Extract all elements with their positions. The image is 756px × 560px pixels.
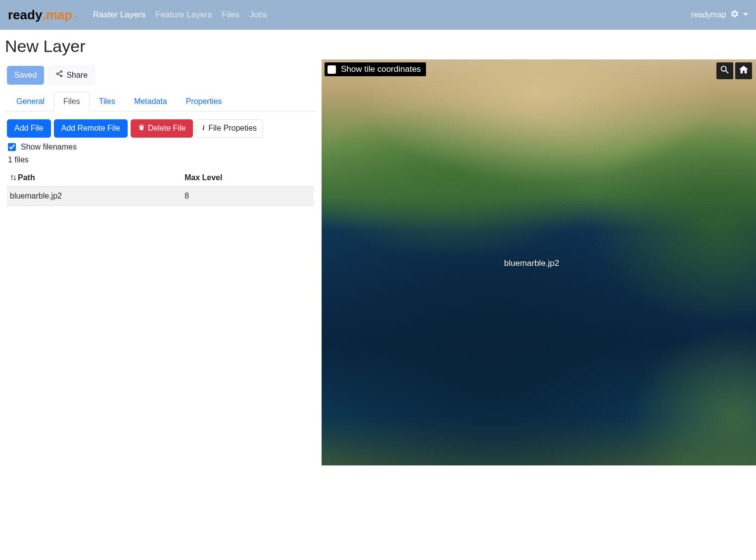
sort-icon xyxy=(10,174,17,181)
share-label: Share xyxy=(66,70,88,81)
file-properties-label: File Propeties xyxy=(208,123,257,134)
nav-raster-layers[interactable]: Raster Layers xyxy=(93,10,145,20)
col-path[interactable]: Path xyxy=(7,169,182,187)
tab-files[interactable]: Files xyxy=(54,92,90,111)
cell-maxlevel: 8 xyxy=(182,187,314,206)
nav-jobs[interactable]: Jobs xyxy=(249,10,267,20)
map-filename-label: bluemarble.jp2 xyxy=(504,258,560,268)
share-button[interactable]: Share xyxy=(48,66,95,85)
home-icon xyxy=(738,64,749,77)
share-icon xyxy=(55,70,63,81)
page-title: New Layer xyxy=(5,37,316,56)
files-tab-content: Add File Add Remote File Delete File i F… xyxy=(5,111,316,208)
brand-map: map xyxy=(46,7,72,23)
tile-coords-toggle[interactable]: Show tile coordinates xyxy=(325,62,426,76)
table-row[interactable]: bluemarble.jp2 8 xyxy=(7,187,314,206)
delete-file-label: Delete File xyxy=(148,123,186,134)
show-filenames-label: Show filenames xyxy=(21,143,77,152)
file-buttons: Add File Add Remote File Delete File i F… xyxy=(7,119,314,138)
map-view[interactable]: Show tile coordinates bluemarble.jp2 xyxy=(321,59,756,465)
saved-button[interactable]: Saved xyxy=(7,66,44,85)
svg-point-1 xyxy=(57,73,58,74)
brand-tm: ™ xyxy=(73,15,78,20)
main: New Layer Saved Share General Files Tile… xyxy=(0,30,756,465)
svg-line-4 xyxy=(58,74,61,76)
add-remote-file-button[interactable]: Add Remote File xyxy=(54,119,128,138)
svg-line-3 xyxy=(58,72,61,73)
nav-feature-layers[interactable]: Feature Layers xyxy=(155,10,212,20)
file-count: 1 files xyxy=(8,155,314,164)
delete-file-button[interactable]: Delete File xyxy=(131,119,193,138)
map-controls xyxy=(716,62,752,79)
tile-coords-checkbox[interactable] xyxy=(328,65,336,74)
user-menu[interactable]: readymap xyxy=(691,9,748,20)
navbar: ready.map™ Raster Layers Feature Layers … xyxy=(0,0,756,30)
nav-items: Raster Layers Feature Layers Files Jobs xyxy=(93,10,267,20)
svg-point-0 xyxy=(61,71,62,72)
tab-metadata[interactable]: Metadata xyxy=(125,92,177,111)
tab-general[interactable]: General xyxy=(7,92,54,111)
add-file-button[interactable]: Add File xyxy=(7,119,51,138)
col-maxlevel-label: Max Level xyxy=(185,173,222,182)
map-search-button[interactable] xyxy=(716,62,733,79)
tile-coords-label: Show tile coordinates xyxy=(341,64,421,74)
tabs: General Files Tiles Metadata Properties xyxy=(5,92,316,111)
actions-row: Saved Share xyxy=(5,66,316,85)
brand-ready: ready xyxy=(8,7,42,23)
tab-properties[interactable]: Properties xyxy=(177,92,232,111)
caret-down-icon xyxy=(743,12,748,18)
show-filenames-checkbox[interactable] xyxy=(8,143,16,151)
map-home-button[interactable] xyxy=(735,62,752,79)
svg-point-2 xyxy=(61,75,62,77)
gear-icon xyxy=(730,9,739,20)
brand-logo[interactable]: ready.map™ xyxy=(8,7,78,23)
show-filenames-row[interactable]: Show filenames xyxy=(8,143,314,152)
brand-dot: . xyxy=(42,7,46,23)
right-panel: Show tile coordinates bluemarble.jp2 xyxy=(321,30,756,465)
info-icon: i xyxy=(202,124,205,133)
left-panel: New Layer Saved Share General Files Tile… xyxy=(0,30,321,465)
search-icon xyxy=(719,64,730,77)
col-maxlevel[interactable]: Max Level xyxy=(182,169,314,187)
user-name: readymap xyxy=(691,10,726,19)
nav-files[interactable]: Files xyxy=(222,10,239,20)
tab-tiles[interactable]: Tiles xyxy=(90,92,125,111)
col-path-label: Path xyxy=(18,173,35,182)
files-table: Path Max Level bluemarble.jp2 8 xyxy=(7,169,314,206)
file-properties-button[interactable]: i File Propeties xyxy=(196,119,263,138)
cell-path: bluemarble.jp2 xyxy=(7,187,182,206)
trash-icon xyxy=(138,123,145,134)
